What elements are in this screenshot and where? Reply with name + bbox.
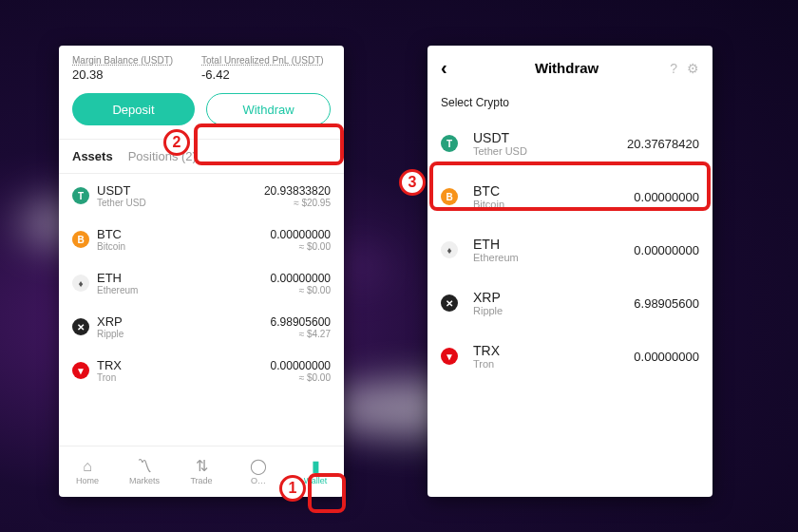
crypto-amount: 0.00000000 [634,243,699,257]
crypto-row-xrp[interactable]: ✕XRPRipple6.98905600 [441,276,699,330]
asset-amount: 0.00000000 [271,272,331,285]
wallet-screen: Margin Balance (USDT) 20.38 Total Unreal… [59,46,344,497]
unrealized-pnl-value: -6.42 [201,67,331,82]
crypto-amount: 6.98905600 [634,296,699,311]
nav-wallet[interactable]: ▮Wallet [287,446,344,497]
btc-icon: B [72,231,89,248]
nav-icon: ⇅ [196,459,208,474]
trx-icon: ▼ [72,362,89,379]
asset-row-btc[interactable]: BBTCBitcoin0.00000000≈ $0.00 [72,218,331,261]
bottom-nav: ⌂Home〽Markets⇅Trade◯O…▮Wallet [59,446,344,497]
crypto-symbol: TRX [473,343,634,358]
crypto-fullname: Bitcoin [473,199,634,210]
crypto-row-btc[interactable]: BBTCBitcoin0.00000000 [441,170,699,223]
asset-amount: 6.98905600 [271,315,331,329]
unrealized-pnl-label: Total Unrealized PnL (USDT) [201,55,331,66]
select-crypto-label: Select Crypto [428,90,712,117]
callout-badge-3: 3 [399,169,426,196]
margin-balance-label: Margin Balance (USDT) [72,55,201,66]
asset-usd: ≈ $0.00 [271,372,331,383]
asset-amount: 0.00000000 [271,228,331,241]
nav-o[interactable]: ◯O… [230,446,287,497]
asset-usd: ≈ $20.95 [264,198,331,208]
asset-usd: ≈ $0.00 [271,241,331,252]
nav-markets[interactable]: 〽Markets [116,446,173,497]
nav-icon: ▮ [312,459,320,474]
asset-fullname: Tether USD [97,198,264,208]
back-button[interactable]: ‹ [441,57,464,79]
crypto-fullname: Tron [473,358,634,370]
btc-icon: B [441,188,458,205]
asset-fullname: Ethereum [97,285,271,295]
nav-label: Wallet [304,476,328,485]
crypto-row-trx[interactable]: ▼TRXTron0.00000000 [441,330,699,383]
asset-symbol: BTC [97,227,271,241]
crypto-symbol: USDT [473,130,627,145]
nav-trade[interactable]: ⇅Trade [173,446,230,497]
crypto-fullname: Ethereum [473,252,634,263]
page-title: Withdraw [464,60,670,76]
crypto-row-usdt[interactable]: TUSDTTether USD20.37678420 [441,117,699,170]
balance-header: Margin Balance (USDT) 20.38 Total Unreal… [59,46,344,89]
nav-label: O… [251,476,266,485]
eth-icon: ♦ [72,275,89,292]
crypto-row-eth[interactable]: ♦ETHEthereum0.00000000 [441,223,699,276]
asset-row-xrp[interactable]: ✕XRPRipple6.98905600≈ $4.27 [72,305,331,349]
trx-icon: ▼ [441,348,458,365]
asset-fullname: Tron [97,372,271,383]
nav-label: Trade [190,476,212,485]
asset-amount: 0.00000000 [271,359,331,372]
crypto-fullname: Ripple [473,305,634,316]
crypto-symbol: XRP [473,290,634,305]
nav-label: Markets [129,476,160,485]
usdt-icon: T [441,135,458,152]
asset-usd: ≈ $0.00 [271,285,331,295]
settings-icon[interactable]: ⚙ [687,61,699,76]
crypto-symbol: BTC [473,183,634,199]
tab-assets[interactable]: Assets [72,149,113,163]
tab-positions[interactable]: Positions (2) [128,149,197,163]
asset-row-eth[interactable]: ♦ETHEthereum0.00000000≈ $0.00 [72,261,331,305]
asset-fullname: Ripple [97,329,271,339]
nav-home[interactable]: ⌂Home [59,446,116,497]
crypto-amount: 20.37678420 [627,137,699,151]
withdraw-screen: ‹ Withdraw ? ⚙ Select Crypto TUSDTTether… [428,46,712,497]
asset-symbol: XRP [97,314,271,329]
asset-row-usdt[interactable]: TUSDTTether USD20.93833820≈ $20.95 [72,174,331,218]
asset-symbol: USDT [97,183,264,198]
asset-symbol: ETH [97,271,271,285]
crypto-list: TUSDTTether USD20.37678420BBTCBitcoin0.0… [428,117,712,497]
crypto-symbol: ETH [473,237,634,252]
xrp-icon: ✕ [441,294,458,312]
crypto-fullname: Tether USD [473,145,627,157]
asset-usd: ≈ $4.27 [271,329,331,339]
nav-label: Home [76,476,99,485]
nav-icon: 〽 [137,459,152,474]
nav-icon: ⌂ [83,459,92,474]
margin-balance-value: 20.38 [72,67,201,82]
asset-amount: 20.93833820 [264,184,331,198]
asset-row-trx[interactable]: ▼TRXTron0.00000000≈ $0.00 [72,349,331,392]
asset-fullname: Bitcoin [97,241,271,252]
crypto-amount: 0.00000000 [634,190,699,204]
xrp-icon: ✕ [72,318,89,335]
nav-icon: ◯ [250,459,267,474]
eth-icon: ♦ [441,241,458,258]
usdt-icon: T [72,187,89,204]
asset-list: TUSDTTether USD20.93833820≈ $20.95BBTCBi… [59,174,344,446]
withdraw-button[interactable]: Withdraw [206,93,331,125]
asset-symbol: TRX [97,358,271,372]
deposit-button[interactable]: Deposit [72,93,195,125]
crypto-amount: 0.00000000 [634,350,699,364]
help-icon[interactable]: ? [670,61,677,76]
